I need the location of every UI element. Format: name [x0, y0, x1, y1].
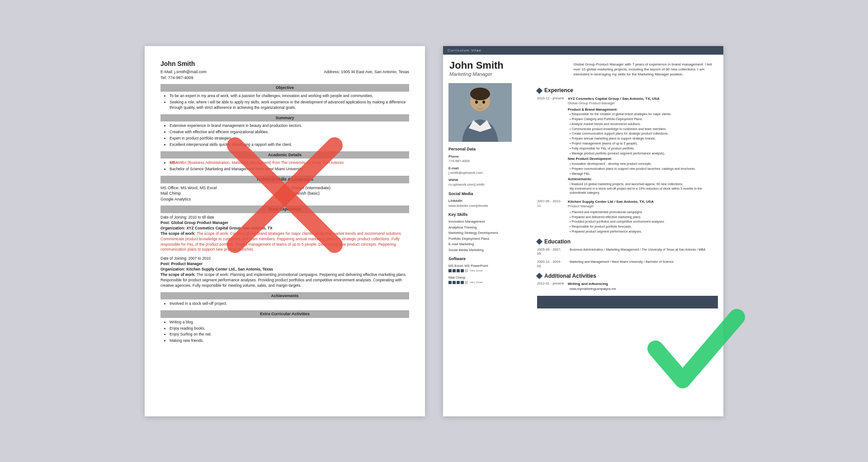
exp-entry-2: 2007-09 - 2010-11 Kitchen Supply Center …	[537, 199, 718, 234]
objective-list: To be an expert in my area of work, with…	[160, 93, 409, 111]
extra-item-2: Enjoy reading books.	[170, 326, 409, 331]
exp1-b8: • Fully responsible for P&L of product p…	[570, 146, 718, 151]
name-left: John Smith	[160, 60, 409, 69]
skill-4: Portfolio Deployment Plans	[448, 237, 528, 242]
summary-right: Global Group Product Manager with 7 year…	[574, 60, 717, 78]
exp1-ach-title: Achievements:	[568, 177, 718, 182]
extra-list: Writing a blog. Enjoy reading books. Enj…	[160, 320, 409, 344]
edu1-body: Business Administration / Marketing Mana…	[568, 247, 718, 257]
main-container: John Smith E-Mail: j.smith@mail.com Tel:…	[127, 28, 741, 434]
summary-item-1: Extensive experience in brand management…	[170, 123, 409, 129]
exp2-company: Kitchen Supply Center Ltd / San Antonio,…	[568, 199, 718, 204]
edu1-dates: 2005-09 - 2007-05	[537, 247, 564, 257]
work-entry-2: Date of Joining: 2007 to 2010 Post: Prod…	[160, 256, 409, 288]
exp1-subhead-2: New Product Development:	[568, 157, 718, 162]
skill-2: Analytical Thinking	[448, 225, 528, 230]
resume-bad: John Smith E-Mail: j.smith@mail.com Tel:…	[145, 46, 425, 416]
exp1-b9: • Manage product portfolio (product segm…	[570, 151, 718, 156]
software-item-1: MS Excel, MS PowerPoint Very Good	[448, 264, 528, 273]
www-value: cv.uptowork.com/j.smith	[448, 182, 528, 187]
personal-data-title: Personal Data	[448, 146, 528, 152]
right-content: Experience 2010-12 - present XYZ Cosmeti…	[533, 83, 723, 314]
achievements-header: Achievements	[160, 292, 409, 300]
skill-6: Social Media Marketing	[448, 248, 528, 253]
work2-post: Post: Product Manager	[160, 261, 409, 267]
edu2-body: Marketing and Management / West Miami Un…	[568, 260, 718, 269]
edu2-title: Marketing and Management / West Miami Un…	[570, 260, 718, 264]
work2-scope: The scope of work: The scope of work: Pl…	[160, 272, 409, 289]
exp2-b2: • Prepared and delivered effective marke…	[570, 215, 718, 219]
name-title-right: John Smith Marketing Manager	[449, 60, 569, 78]
top-section: John Smith Marketing Manager Global Grou…	[443, 55, 723, 84]
exp2-b4: • Responsible for product portfolio fore…	[570, 224, 718, 229]
exp1-npd-b2: • Prepare communication plans to support…	[570, 167, 718, 171]
exp1-dates: 2010-12 - present	[537, 96, 564, 196]
address-left: Address: 1905 W East Ave, San Antonio, T…	[324, 69, 409, 80]
name-right: John Smith	[449, 60, 569, 71]
summary-item-2: Creative with effective and efficient or…	[170, 130, 409, 135]
extra-header: Extra Curricular Activities	[160, 310, 409, 318]
exp1-b4: • Communicate product knowledge to custo…	[570, 127, 718, 131]
skill-1: Innovation Management	[448, 219, 528, 224]
photo-box	[448, 83, 512, 142]
exp-entry-1: 2010-12 - present XYZ Cosmetics Capital …	[537, 96, 718, 196]
extra-item-3: Enjoy Surfing on the net.	[170, 332, 409, 337]
email-value-r: j.smith@uptowork.com	[448, 171, 528, 176]
experience-section-title: Experience	[537, 87, 718, 94]
exp2-b1: • Planned and implemented promotional ca…	[570, 210, 718, 215]
bottom-bar	[537, 296, 718, 308]
www-label: WWW	[448, 178, 528, 183]
svg-point-6	[482, 101, 485, 104]
act1-title: Writing and Influencing	[568, 281, 718, 286]
exp1-b7: • Project management (teams of up to 5 p…	[570, 141, 718, 146]
email-label-r: E-mail	[448, 166, 528, 171]
main-body-right: Personal Data Phone 774-987-4009 E-mail …	[443, 83, 723, 314]
exp1-role: Global Group Product Manager	[568, 101, 718, 106]
exp1-ach-text: I finalized 10 global marketing projects…	[570, 182, 718, 195]
resume-good: Curriculum Vitae John Smith Marketing Ma…	[443, 46, 723, 416]
objective-item-1: To be an expert in my area of work, with…	[170, 93, 409, 99]
act1-dates: 2012-01 - present	[537, 281, 564, 291]
software-title: Software	[448, 256, 528, 262]
skills-title: Key Skills	[448, 212, 528, 218]
exp1-bullets-2: • Innovation development - develop new p…	[568, 162, 718, 176]
edu-entry-1: 2005-09 - 2007-05 Business Administratio…	[537, 247, 718, 257]
work2-org: Organization: Kitchen Supply Center Ltd.…	[160, 267, 409, 272]
exp1-body: XYZ Cosmetics Capital Group / San Antoni…	[568, 96, 718, 196]
activity-entry-1: 2012-01 - present Writing and Influencin…	[537, 281, 718, 291]
skill-5: E-mail Marketing	[448, 242, 528, 247]
objective-header: Objective	[160, 84, 409, 92]
exp1-npd-b1: • Innovation development - develop new p…	[570, 162, 718, 166]
act1-value: www.mymarketingcampaigns.me	[570, 287, 718, 291]
edu2-dates: 2000-10 - 2004-05	[537, 260, 564, 269]
exp2-body: Kitchen Supply Center Ltd / San Antonio,…	[568, 199, 718, 234]
software-bar-1: Very Good	[448, 269, 528, 272]
work2-joining: Date of Joining: 2007 to 2010	[160, 256, 409, 261]
exp1-b2: • Prepare Category and Portfolio Deploym…	[570, 117, 718, 121]
exp1-b5: • Create communication support plans for…	[570, 131, 718, 136]
activities-section-title: Additional Activities	[537, 272, 718, 280]
exp1-b6: • Prepare annual marketing plans to supp…	[570, 136, 718, 141]
email-left: E-Mail: j.smith@mail.com Tel: 774-987-40…	[160, 69, 207, 80]
exp2-dates: 2007-09 - 2010-11	[537, 199, 564, 234]
edu-entry-2: 2000-10 - 2004-05 Marketing and Manageme…	[537, 260, 718, 269]
exp1-b3: • Analyze market trends and recommend so…	[570, 122, 718, 126]
exp1-subhead-1: Product & Brand Management:	[568, 107, 718, 112]
dots-2	[448, 281, 468, 284]
exp2-role: Product Manager	[568, 204, 718, 209]
act1-body: Writing and Influencing www.mymarketingc…	[568, 281, 718, 291]
exp1-company: XYZ Cosmetics Capital Group / San Antoni…	[568, 96, 718, 101]
linkedin-value: www.linkedin.com/johnutw	[448, 204, 528, 209]
job-title-right: Marketing Manager	[449, 71, 569, 78]
extra-item-4: Making new friends.	[170, 338, 409, 344]
exp1-npd-b3: • Manage P&L.	[570, 172, 718, 176]
linkedin-label: LinkedIn	[448, 199, 528, 204]
objective-item-2: Seeking a role, where I will be able to …	[170, 100, 409, 111]
exp2-b5: • Prepared product segment performance a…	[570, 229, 718, 234]
svg-point-4	[470, 88, 490, 100]
exp1-b1: • Responsible for the creation of global…	[570, 112, 718, 117]
achievement-item-1: Involved in a stock sell-off project.	[170, 301, 409, 307]
diamond-act-icon	[536, 273, 542, 279]
green-check-icon	[646, 308, 746, 398]
phone-label: Phone	[448, 154, 528, 159]
